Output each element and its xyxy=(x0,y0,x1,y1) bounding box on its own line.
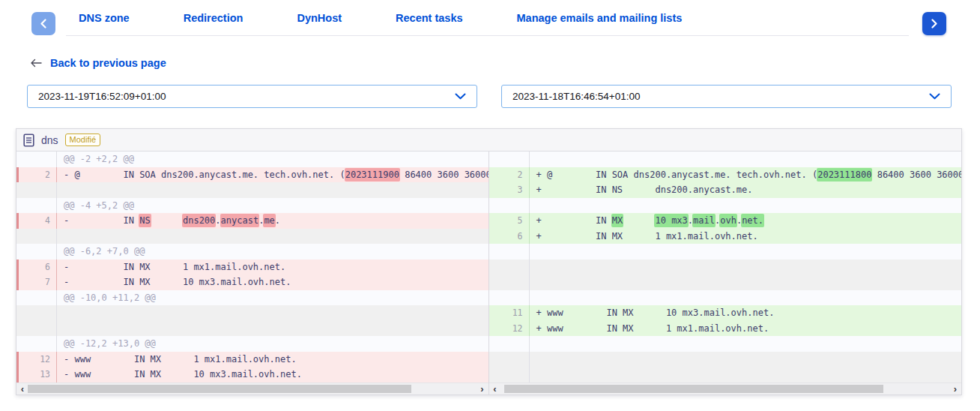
line-number xyxy=(489,352,530,368)
diff-row-add: 3+ IN NS dns200.anycast.me. xyxy=(489,182,962,198)
line-number: 2 xyxy=(489,167,530,183)
status-badge: Modifié xyxy=(65,134,100,146)
line-number xyxy=(489,274,530,290)
tab-recent-tasks[interactable]: Recent tasks xyxy=(396,12,462,24)
diff-card: dns Modifié @@ -2 +2,2 @@2- @ IN SOA dns… xyxy=(16,128,962,395)
line-number xyxy=(489,367,530,382)
diff-line-text: + www IN MX 1 mx1.mail.ovh.net. xyxy=(530,321,962,337)
line-number: 2 xyxy=(16,167,57,183)
diff-line-text xyxy=(57,305,489,321)
line-number: 13 xyxy=(16,367,57,382)
diff-row-gap xyxy=(16,229,489,244)
h-scrollbar-right[interactable]: ‹ › xyxy=(489,382,962,394)
tab-manage-emails[interactable]: Manage emails and mailing lists xyxy=(517,12,683,24)
diff-line-text: - IN MX 1 mx1.mail.ovh.net. xyxy=(57,260,489,275)
diff-line-text xyxy=(530,352,962,368)
diff-line-text xyxy=(530,274,962,290)
diff-header: dns Modifié xyxy=(16,129,961,152)
diff-row-del: 4- IN NS dns200.anycast.me. xyxy=(16,213,489,229)
diff-line-text: - www IN MX 1 mx1.mail.ovh.net. xyxy=(57,352,489,368)
hunk-header: @@ -2 +2,2 @@ xyxy=(57,152,489,167)
diff-line-text: + www IN MX 10 mx3.mail.ovh.net. xyxy=(530,305,962,321)
scroll-right-arrow-icon[interactable]: › xyxy=(477,383,489,394)
line-number xyxy=(16,336,57,352)
line-number xyxy=(489,198,530,214)
diff-row-gap xyxy=(489,260,962,275)
nav-divider xyxy=(66,35,909,36)
version-select-newer[interactable]: 2023-11-19T16:52:09+01:00 xyxy=(27,85,477,108)
line-number: 4 xyxy=(16,213,57,229)
hunk-header: @@ -10,0 +11,2 @@ xyxy=(57,290,489,306)
diff-line-text: - IN MX 10 mx3.mail.ovh.net. xyxy=(57,274,489,290)
chevron-left-icon xyxy=(40,19,46,28)
line-number xyxy=(489,336,530,352)
diff-pane-left: @@ -2 +2,2 @@2- @ IN SOA dns200.anycast.… xyxy=(16,152,489,394)
diff-line-text xyxy=(530,336,962,352)
file-icon xyxy=(23,134,34,147)
back-link[interactable]: Back to previous page xyxy=(50,57,166,69)
diff-line-text xyxy=(530,260,962,275)
diff-line-text: + @ IN SOA dns200.anycast.me. tech.ovh.n… xyxy=(530,167,962,183)
diff-line-text: + IN MX 1 mx1.mail.ovh.net. xyxy=(530,229,962,244)
word-diff-highlight: MX xyxy=(611,214,623,227)
scroll-left-arrow-icon[interactable]: ‹ xyxy=(16,383,28,394)
line-number: 11 xyxy=(489,305,530,321)
word-diff-highlight: ovh xyxy=(719,214,737,227)
arrow-left-icon xyxy=(30,58,42,68)
diff-row-del: 7- IN MX 10 mx3.mail.ovh.net. xyxy=(16,274,489,290)
diff-line-text xyxy=(530,198,962,214)
line-number xyxy=(489,290,530,306)
diff-line-text xyxy=(57,321,489,337)
diff-rows-right: 2+ @ IN SOA dns200.anycast.me. tech.ovh.… xyxy=(489,152,962,382)
prev-tabs-button[interactable] xyxy=(31,12,55,35)
diff-line-text xyxy=(57,229,489,244)
scrollbar-thumb[interactable] xyxy=(504,385,883,393)
word-diff-highlight: anycast xyxy=(220,214,260,227)
tab-dns-zone[interactable]: DNS zone xyxy=(79,12,130,24)
diff-line-text xyxy=(530,244,962,260)
h-scrollbar-left[interactable]: ‹ › xyxy=(16,382,489,394)
line-number: 7 xyxy=(16,274,57,290)
diff-row-hunk: @@ -2 +2,2 @@ xyxy=(16,152,489,167)
diff-row-add: 6+ IN MX 1 mx1.mail.ovh.net. xyxy=(489,229,962,244)
scroll-left-arrow-icon[interactable]: ‹ xyxy=(489,383,501,394)
line-number xyxy=(16,305,57,321)
tab-redirection[interactable]: Redirection xyxy=(184,12,244,24)
word-diff-highlight: net. xyxy=(741,214,764,227)
diff-line-text xyxy=(530,152,962,167)
line-number xyxy=(16,244,57,260)
diff-row-blank xyxy=(489,152,962,167)
page: DNS zone Redirection DynHost Recent task… xyxy=(0,0,980,411)
scroll-right-arrow-icon[interactable]: › xyxy=(949,383,961,394)
diff-line-text: - IN NS dns200.anycast.me. xyxy=(57,213,489,229)
line-number xyxy=(489,244,530,260)
line-number xyxy=(16,321,57,337)
diff-line-text: - @ IN SOA dns200.anycast.me. tech.ovh.n… xyxy=(57,167,489,183)
line-number: 12 xyxy=(16,352,57,368)
tab-dynhost[interactable]: DynHost xyxy=(297,12,342,24)
diff-line-text: + IN MX 10 mx3.mail.ovh.net. xyxy=(530,213,962,229)
scrollbar-thumb[interactable] xyxy=(28,385,411,393)
word-diff-highlight: 2023111800 xyxy=(817,168,872,182)
word-diff-highlight: 10 mx3 xyxy=(654,214,688,227)
diff-row-hunk: @@ -12,2 +13,0 @@ xyxy=(16,336,489,352)
selected-version-newer: 2023-11-19T16:52:09+01:00 xyxy=(38,91,166,102)
next-tabs-button[interactable] xyxy=(922,12,946,35)
diff-row-del: 13- www IN MX 10 mx3.mail.ovh.net. xyxy=(16,367,489,382)
diff-row-blank xyxy=(489,336,962,352)
diff-line-text xyxy=(530,367,962,382)
diff-row-hunk: @@ -6,2 +7,0 @@ xyxy=(16,244,489,260)
line-number: 6 xyxy=(489,229,530,244)
diff-row-del: 12- www IN MX 1 mx1.mail.ovh.net. xyxy=(16,352,489,368)
word-diff-highlight: NS xyxy=(139,214,151,227)
version-select-older[interactable]: 2023-11-18T16:46:54+01:00 xyxy=(501,85,952,108)
diff-row-gap xyxy=(489,352,962,368)
diff-row-gap xyxy=(489,367,962,382)
diff-row-blank xyxy=(489,244,962,260)
selected-version-older: 2023-11-18T16:46:54+01:00 xyxy=(512,91,641,102)
diff-row-gap xyxy=(16,321,489,337)
line-number: 3 xyxy=(489,182,530,198)
line-number xyxy=(16,152,57,167)
hunk-header: @@ -12,2 +13,0 @@ xyxy=(57,336,489,352)
line-number xyxy=(16,198,57,214)
